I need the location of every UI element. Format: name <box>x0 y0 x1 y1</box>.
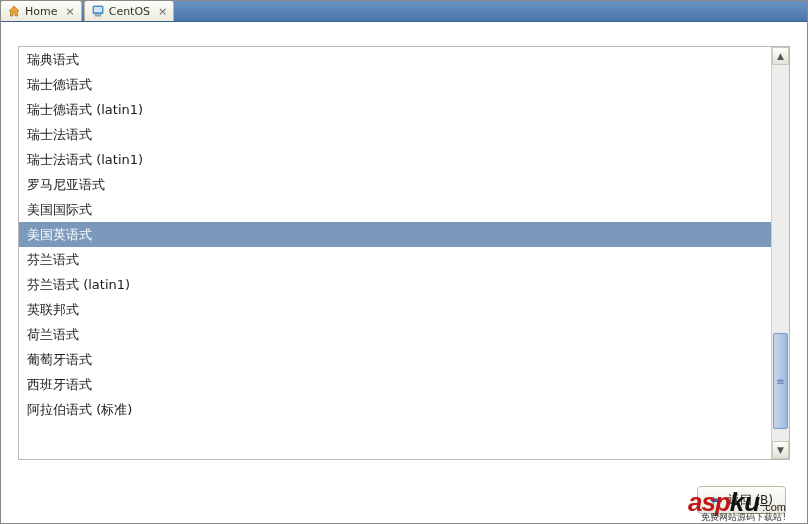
list-item[interactable]: 阿拉伯语式 (标准) <box>19 397 771 422</box>
list-item[interactable]: 荷兰语式 <box>19 322 771 347</box>
list-item[interactable]: 西班牙语式 <box>19 372 771 397</box>
home-icon <box>7 4 21 18</box>
tab-centos[interactable]: CentOS × <box>84 0 175 21</box>
list-item[interactable]: 芬兰语式 (latin1) <box>19 272 771 297</box>
list-item[interactable]: 瑞士法语式 (latin1) <box>19 147 771 172</box>
tab-bar: Home × CentOS × <box>0 0 808 22</box>
scroll-thumb[interactable] <box>773 333 788 429</box>
svg-rect-2 <box>95 15 101 17</box>
svg-rect-1 <box>94 7 102 12</box>
computer-icon <box>91 4 105 18</box>
scroll-up-button[interactable]: ▲ <box>772 47 789 65</box>
list-item[interactable]: 瑞士德语式 (latin1) <box>19 97 771 122</box>
close-icon[interactable]: × <box>65 5 74 18</box>
keyboard-layout-listbox: 瑞典语式瑞士德语式瑞士德语式 (latin1)瑞士法语式瑞士法语式 (latin… <box>18 46 790 460</box>
back-button-label: 返回 (B) <box>728 492 773 509</box>
list-item[interactable]: 美国英语式 <box>19 222 771 247</box>
tab-label: Home <box>25 5 57 18</box>
button-bar: ⬅ 返回 (B) <box>697 486 786 514</box>
list-item[interactable]: 芬兰语式 <box>19 247 771 272</box>
back-button[interactable]: ⬅ 返回 (B) <box>697 486 786 514</box>
scroll-down-button[interactable]: ▼ <box>772 441 789 459</box>
list-item[interactable]: 瑞典语式 <box>19 47 771 72</box>
list-item[interactable]: 瑞士德语式 <box>19 72 771 97</box>
close-icon[interactable]: × <box>158 5 167 18</box>
list-item[interactable]: 美国国际式 <box>19 197 771 222</box>
layout-list[interactable]: 瑞典语式瑞士德语式瑞士德语式 (latin1)瑞士法语式瑞士法语式 (latin… <box>19 47 771 459</box>
list-item[interactable]: 罗马尼亚语式 <box>19 172 771 197</box>
list-item[interactable]: 葡萄牙语式 <box>19 347 771 372</box>
main-content: 瑞典语式瑞士德语式瑞士德语式 (latin1)瑞士法语式瑞士法语式 (latin… <box>0 22 808 478</box>
scroll-track[interactable] <box>772 65 789 441</box>
tab-label: CentOS <box>109 5 150 18</box>
tab-home[interactable]: Home × <box>0 0 82 21</box>
list-item[interactable]: 瑞士法语式 <box>19 122 771 147</box>
scrollbar[interactable]: ▲ ▼ <box>771 47 789 459</box>
list-item[interactable]: 英联邦式 <box>19 297 771 322</box>
arrow-left-icon: ⬅ <box>710 491 723 509</box>
